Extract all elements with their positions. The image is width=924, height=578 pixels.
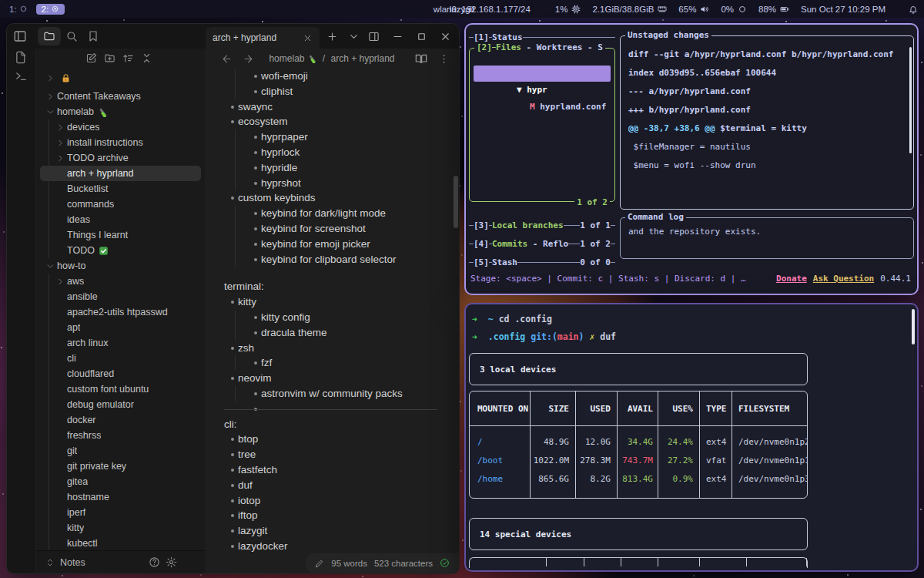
file-tree-item[interactable]: debug emulator [40,397,201,412]
sidebar-toggle-icon[interactable] [13,29,27,43]
new-note-icon[interactable] [85,52,97,64]
terminal-scrollbar[interactable] [912,309,915,344]
more-options-icon[interactable] [438,53,450,65]
nav-back-icon[interactable] [221,53,233,65]
stash-panel-header[interactable]: [5]Stash0 of 0 [469,256,615,268]
note-line-text: iftop [238,509,258,521]
file-tree-item[interactable]: aws [40,274,201,289]
lazygit-statusbar: Stage: <space> | Commit: c | Stash: s | … [470,274,911,284]
reading-mode-icon[interactable] [415,52,427,65]
file-tree-item[interactable]: cloudflared [40,366,201,381]
file-tree-item[interactable]: Content Takeaways [40,89,201,104]
status-module[interactable]: 65% [678,5,709,14]
note-line: keybind for screenshot [205,221,459,237]
quick-switcher-icon[interactable] [15,51,28,64]
file-row-hypr[interactable]: ▼ hypr [474,66,611,82]
file-tree-item[interactable]: devices [40,119,201,135]
file-tree-item[interactable]: commands [40,197,201,212]
file-tree-label: how-to [57,260,86,271]
duf-local-devices-box: 3 local devices [469,353,808,385]
file-tree-item[interactable]: Bucketlist [40,181,201,197]
chevron-icon [55,184,65,194]
file-tree-item[interactable]: git private key [40,459,201,474]
split-editor-icon[interactable] [368,31,380,42]
file-tree-item[interactable]: iperf [40,505,201,520]
sync-check-icon[interactable] [440,558,450,568]
file-tree-item[interactable]: apt [40,320,201,335]
chevron-icon [55,307,65,318]
status-module[interactable]: 1% [555,5,581,14]
file-tree-item[interactable]: apache2-utils htpasswd [40,304,201,320]
file-tree-item[interactable]: Things I learnt [40,227,201,243]
bookmarks-tab-button[interactable] [87,30,99,42]
breadcrumb[interactable]: homelab / arch + hyprland [269,49,394,69]
settings-gear-icon[interactable] [166,556,177,568]
file-tree-label: aws [67,276,84,287]
chevron-icon [55,200,65,210]
workspace-button[interactable]: 1: [4,4,33,15]
chevron-icon [55,323,65,333]
window-minimize-icon[interactable] [392,31,403,42]
editor-scrollbar[interactable] [454,176,458,228]
note-line: iotop [205,493,459,509]
window-maximize-icon[interactable] [416,31,427,42]
file-tree-item[interactable]: docker [40,412,201,428]
file-tree-item[interactable]: TODO [40,243,201,258]
chevron-icon [55,508,65,518]
bell-icon[interactable] [909,5,918,14]
branches-panel-header[interactable]: [3]Local branches1 of 1 [469,219,615,231]
file-tree-item[interactable]: TODO archive [40,150,201,166]
file-tree-item[interactable]: arch + hyprland [40,166,201,181]
file-tree-item[interactable]: hostname [40,489,201,505]
window-close-icon[interactable] [440,31,451,42]
status-module[interactable]: 2.1GiB/38.8GiB [592,5,667,14]
edit-mode-pencil-icon[interactable] [315,559,324,568]
help-icon[interactable] [149,556,160,568]
files-panel[interactable]: [2]Files - Worktrees - S ▼ hypr M hyprla… [469,48,615,202]
new-tab-icon[interactable] [326,31,338,42]
file-tree-item[interactable]: kubectl [40,536,201,550]
new-folder-icon[interactable] [104,52,116,64]
file-tree-item[interactable]: ansible [40,289,201,304]
files-tab-button[interactable] [38,27,61,45]
diff-scrollbar[interactable] [909,47,912,153]
file-tree-item[interactable]: kitty [40,520,201,536]
terminal-icon[interactable] [15,69,28,82]
search-tab-button[interactable] [65,30,78,42]
file-tree-item[interactable]: gitea [40,474,201,489]
unstaged-changes-panel[interactable]: Unstaged changes diff --git a/hypr/hyprl… [620,35,914,210]
status-module[interactable]: 88% [758,5,789,14]
file-tree-item[interactable]: install instructions [40,135,201,150]
status-module[interactable]: 0% [721,5,747,14]
file-tree-item[interactable]: arch linux [40,335,201,351]
file-tree-item[interactable]: custom font ubuntu [40,381,201,397]
file-tree-item[interactable]: git [40,443,201,459]
note-line: fzf [205,355,459,371]
tab-close-icon[interactable] [303,33,313,43]
file-tree-item[interactable]: homelab [40,104,201,119]
chevron-icon [55,446,65,456]
workspace-button[interactable]: 2: [36,4,65,15]
vault-name[interactable]: Notes [60,557,143,568]
workspace-icon [19,5,28,13]
file-row-hyprland-conf[interactable]: M hyprland.conf [474,82,611,99]
donate-link[interactable]: Donate [776,274,807,284]
status-panel-header[interactable]: [1]Status [469,31,615,43]
note-content[interactable]: wofi-emoji cliphist swaync ecosystem [205,69,459,573]
file-emoji-icon [138,400,148,410]
file-tree-item[interactable]: freshrss [40,428,201,443]
collapse-all-icon[interactable] [141,52,152,64]
commits-panel-header[interactable]: [4]Commits - Reflo1 of 2 [469,237,615,250]
tab-list-chevron-icon[interactable] [348,31,360,42]
file-tree-item[interactable] [40,67,201,89]
status-module[interactable]: wlan0: 192.168.1.177/24 [434,5,544,14]
file-tree-item[interactable]: cli [40,351,201,366]
note-tab[interactable]: arch + hyprland [206,27,320,49]
sort-order-icon[interactable] [122,52,134,64]
file-tree-item[interactable]: how-to [40,258,201,274]
status-module[interactable]: Sun Oct 27 10:29 PM [801,5,899,14]
vault-switcher-icon[interactable] [45,558,55,567]
file-tree-item[interactable]: ideas [40,212,201,227]
nav-forward-icon[interactable] [243,53,254,65]
ask-question-link[interactable]: Ask Question [813,274,874,284]
